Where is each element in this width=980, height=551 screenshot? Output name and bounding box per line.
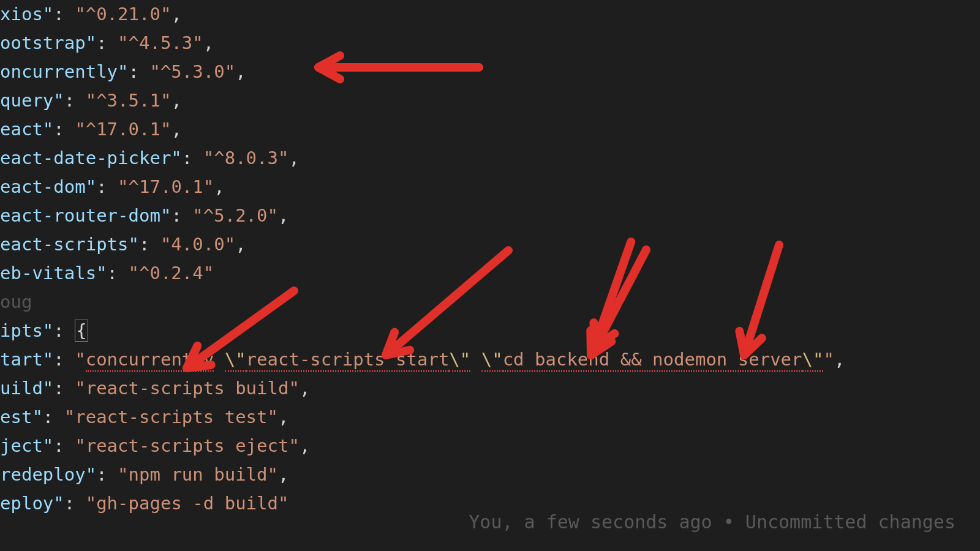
json-string: "4.0.0" — [160, 234, 235, 255]
json-key: eb-vitals — [0, 263, 96, 283]
json-key: ipts — [0, 320, 43, 341]
escaped-quote: \" — [481, 349, 503, 372]
json-key: ject — [0, 435, 43, 456]
json-string: "^5.2.0" — [192, 205, 278, 226]
code-line: redeploy": "npm run build", — [0, 460, 980, 489]
json-string: "^17.0.1" — [75, 119, 171, 140]
json-key: uild — [0, 378, 43, 399]
json-key: oncurrently — [0, 61, 118, 82]
code-line: eact-scripts": "4.0.0", — [0, 230, 980, 259]
code-line: eact-router-dom": "^5.2.0", — [0, 201, 980, 230]
json-key: eact-router-dom — [0, 205, 160, 226]
json-string — [470, 349, 481, 370]
json-key: eact-scripts — [0, 234, 129, 255]
json-key: eploy — [0, 493, 53, 514]
json-string: "^0.2.4" — [129, 263, 214, 283]
json-key: redeploy — [0, 464, 86, 485]
json-string: "gh-pages -d build" — [86, 493, 289, 514]
code-line: oug — [0, 288, 980, 317]
json-key: xios — [0, 4, 43, 24]
code-line: eact-date-picker": "^8.0.3", — [0, 144, 980, 173]
code-line: uild": "react-scripts build", — [0, 374, 980, 403]
json-key: eact-date-picker — [0, 148, 171, 168]
code-editor[interactable]: xios": "^0.21.0",ootstrap": "^4.5.3",onc… — [0, 0, 980, 551]
code-line: oncurrently": "^5.3.0", — [0, 58, 980, 86]
json-string: concurrently — [86, 349, 214, 372]
code-line: ject": "react-scripts eject", — [0, 432, 980, 460]
json-string: "react-scripts build" — [75, 378, 300, 399]
json-key: query — [0, 90, 53, 111]
json-key: eact-dom — [0, 176, 86, 197]
json-string: cd backend && nodemon server — [503, 349, 802, 372]
json-string: "^4.5.3" — [118, 32, 203, 53]
escaped-quote: \" — [802, 349, 824, 372]
code-line: eb-vitals": "^0.2.4" — [0, 259, 980, 288]
json-string: react-scripts start — [246, 349, 450, 372]
codelens-hint[interactable]: oug — [0, 291, 32, 312]
json-key: tart — [0, 349, 43, 370]
json-string: "^17.0.1" — [118, 176, 214, 197]
brace-open: { — [75, 320, 88, 342]
code-line: tart": "concurrently \"react-scripts sta… — [0, 345, 980, 374]
escaped-quote: \" — [449, 349, 470, 372]
json-string — [214, 349, 224, 370]
code-line: eact-dom": "^17.0.1", — [0, 173, 980, 201]
code-line: ipts": { — [0, 317, 980, 345]
json-string: "^5.3.0" — [149, 61, 235, 82]
json-string: "^8.0.3" — [203, 148, 289, 168]
code-line: est": "react-scripts test", — [0, 403, 980, 432]
gitlens-annotation: You, a few seconds ago • Uncommitted cha… — [469, 511, 956, 533]
escaped-quote: \" — [225, 349, 246, 372]
json-string: "react-scripts test" — [64, 407, 278, 427]
json-string: "^3.5.1" — [86, 90, 172, 111]
code-line: ootstrap": "^4.5.3", — [0, 29, 980, 58]
code-line: eact": "^17.0.1", — [0, 115, 980, 144]
code-line: query": "^3.5.1", — [0, 86, 980, 115]
code-line: xios": "^0.21.0", — [0, 0, 980, 29]
json-string: "react-scripts eject" — [75, 435, 300, 456]
json-key: ootstrap — [0, 32, 86, 53]
json-key: est — [0, 407, 32, 427]
json-string: "^0.21.0" — [75, 4, 171, 24]
json-string: "npm run build" — [118, 464, 278, 485]
json-key: eact — [0, 119, 43, 140]
